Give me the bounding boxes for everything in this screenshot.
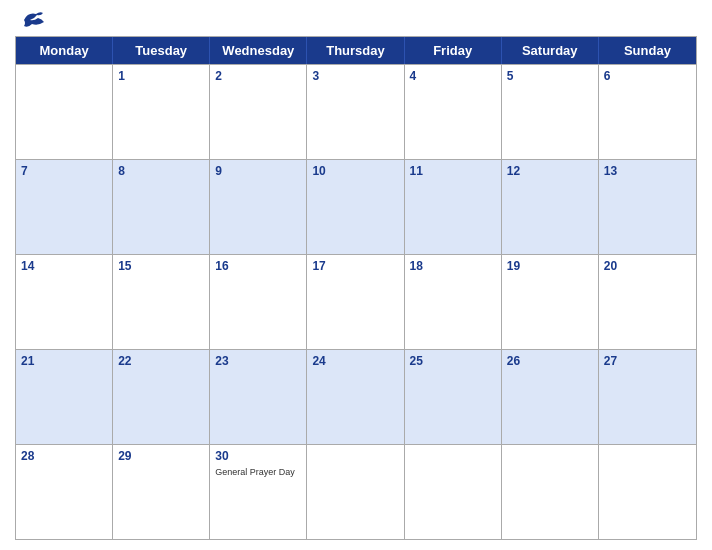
cell-number: 25 — [410, 353, 496, 370]
cell-number: 5 — [507, 68, 593, 85]
cell-number: 20 — [604, 258, 691, 275]
day-header-friday: Friday — [405, 37, 502, 64]
cell-number: 11 — [410, 163, 496, 180]
cell-number: 6 — [604, 68, 691, 85]
cell-number: 4 — [410, 68, 496, 85]
calendar-cell: 7 — [16, 160, 113, 254]
cell-number: 1 — [118, 68, 204, 85]
calendar-cell: 26 — [502, 350, 599, 444]
cell-number: 26 — [507, 353, 593, 370]
day-header-saturday: Saturday — [502, 37, 599, 64]
calendar-row-1: 123456 — [16, 64, 696, 159]
cell-number: 19 — [507, 258, 593, 275]
calendar-row-4: 21222324252627 — [16, 349, 696, 444]
cell-number: 13 — [604, 163, 691, 180]
cell-number: 3 — [312, 68, 398, 85]
day-header-wednesday: Wednesday — [210, 37, 307, 64]
calendar-cell: 19 — [502, 255, 599, 349]
cell-number: 17 — [312, 258, 398, 275]
cell-number: 30 — [215, 448, 301, 465]
calendar-cell — [405, 445, 502, 539]
cell-number: 24 — [312, 353, 398, 370]
calendar-cell: 4 — [405, 65, 502, 159]
cell-number: 10 — [312, 163, 398, 180]
calendar-cell — [307, 445, 404, 539]
cell-number: 22 — [118, 353, 204, 370]
calendar-cell: 29 — [113, 445, 210, 539]
calendar-cell: 20 — [599, 255, 696, 349]
calendar-cell: 6 — [599, 65, 696, 159]
calendar-cell: 22 — [113, 350, 210, 444]
calendar-cell: 13 — [599, 160, 696, 254]
calendar-row-2: 78910111213 — [16, 159, 696, 254]
cell-number: 27 — [604, 353, 691, 370]
cell-number: 8 — [118, 163, 204, 180]
cell-number: 14 — [21, 258, 107, 275]
cell-number: 7 — [21, 163, 107, 180]
calendar-cell: 18 — [405, 255, 502, 349]
calendar-grid: 1234567891011121314151617181920212223242… — [16, 64, 696, 539]
cell-number: 29 — [118, 448, 204, 465]
day-header-sunday: Sunday — [599, 37, 696, 64]
day-header-tuesday: Tuesday — [113, 37, 210, 64]
calendar-cell: 30General Prayer Day — [210, 445, 307, 539]
calendar-header — [15, 10, 697, 28]
logo — [20, 10, 44, 28]
day-header-monday: Monday — [16, 37, 113, 64]
calendar-cell — [599, 445, 696, 539]
cell-event: General Prayer Day — [215, 467, 301, 478]
calendar-cell: 5 — [502, 65, 599, 159]
cell-number: 18 — [410, 258, 496, 275]
calendar-cell: 9 — [210, 160, 307, 254]
calendar-row-5: 282930General Prayer Day — [16, 444, 696, 539]
cell-number: 28 — [21, 448, 107, 465]
calendar-cell: 21 — [16, 350, 113, 444]
calendar-cell: 23 — [210, 350, 307, 444]
calendar: MondayTuesdayWednesdayThursdayFridaySatu… — [15, 36, 697, 540]
cell-number: 12 — [507, 163, 593, 180]
cell-number: 23 — [215, 353, 301, 370]
calendar-cell: 2 — [210, 65, 307, 159]
calendar-cell: 16 — [210, 255, 307, 349]
cell-number: 2 — [215, 68, 301, 85]
calendar-row-3: 14151617181920 — [16, 254, 696, 349]
calendar-cell: 10 — [307, 160, 404, 254]
calendar-cell — [16, 65, 113, 159]
cell-number: 15 — [118, 258, 204, 275]
calendar-cell: 3 — [307, 65, 404, 159]
calendar-cell: 28 — [16, 445, 113, 539]
calendar-cell: 17 — [307, 255, 404, 349]
calendar-cell: 27 — [599, 350, 696, 444]
calendar-cell: 11 — [405, 160, 502, 254]
calendar-cell: 15 — [113, 255, 210, 349]
calendar-cell: 8 — [113, 160, 210, 254]
cell-number: 9 — [215, 163, 301, 180]
calendar-cell: 12 — [502, 160, 599, 254]
calendar-cell — [502, 445, 599, 539]
logo-bird-icon — [22, 10, 44, 28]
day-header-thursday: Thursday — [307, 37, 404, 64]
calendar-cell: 25 — [405, 350, 502, 444]
cell-number: 16 — [215, 258, 301, 275]
calendar-cell: 1 — [113, 65, 210, 159]
calendar-cell: 14 — [16, 255, 113, 349]
cell-number: 21 — [21, 353, 107, 370]
calendar-cell: 24 — [307, 350, 404, 444]
day-headers: MondayTuesdayWednesdayThursdayFridaySatu… — [16, 37, 696, 64]
